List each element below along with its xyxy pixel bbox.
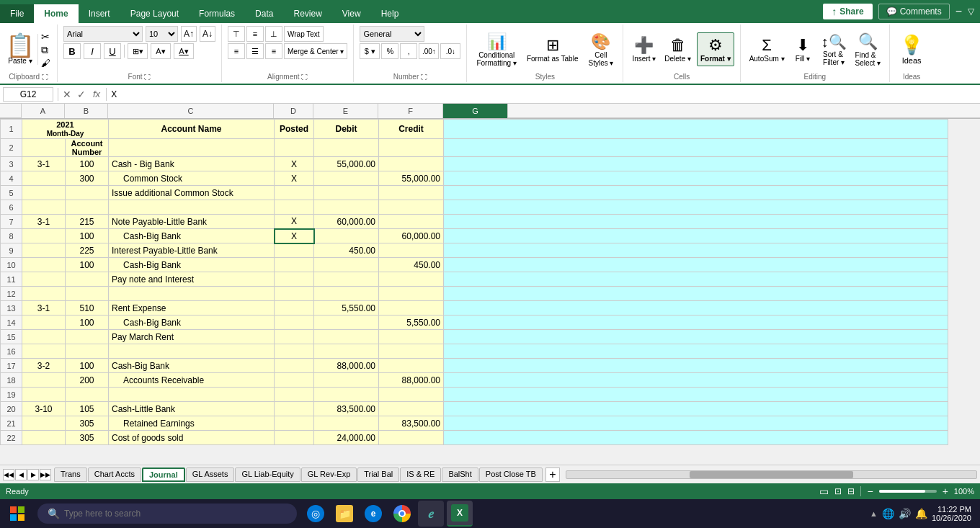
cell-acct[interactable]: [66, 272, 109, 287]
sort-filter-button[interactable]: ↕🔍 Sort &Filter ▾: [819, 30, 850, 69]
cell-name[interactable]: Accounts Receivable: [109, 373, 275, 388]
tab-view[interactable]: View: [332, 4, 371, 23]
cell-posted[interactable]: [275, 359, 314, 373]
insert-button[interactable]: ➕ Insert ▾: [629, 33, 659, 66]
sheet-last-button[interactable]: ▶▶: [40, 469, 51, 480]
cell-posted-selected[interactable]: X: [275, 229, 314, 243]
cell-date[interactable]: 3-1: [22, 301, 66, 316]
cut-button[interactable]: ✂: [41, 31, 50, 42]
cell-name[interactable]: [109, 200, 275, 215]
tab-review[interactable]: Review: [283, 4, 331, 23]
cell-debit[interactable]: [314, 272, 379, 287]
cell-acct[interactable]: 225: [66, 243, 109, 258]
formula-confirm-icon[interactable]: ✓: [74, 89, 89, 100]
cell-name[interactable]: Retained Earnings: [109, 416, 275, 431]
cell-date[interactable]: [22, 229, 66, 243]
cell-debit[interactable]: [314, 388, 379, 402]
format-button[interactable]: ⚙ Format ▾: [697, 32, 734, 66]
cell-credit[interactable]: 83,500.00: [379, 416, 444, 431]
cell-posted[interactable]: X: [275, 215, 314, 229]
taskbar-app-edge-new[interactable]: 𝑒: [418, 501, 444, 527]
paste-button[interactable]: 📋: [6, 34, 35, 57]
taskbar-app-cortana[interactable]: ◎: [303, 501, 329, 527]
header-acct-name[interactable]: Account Name: [109, 120, 275, 139]
cell-date[interactable]: 3-2: [22, 359, 66, 373]
fill-button[interactable]: ⬇ Fill ▾: [790, 33, 816, 66]
cell-name[interactable]: Pay note and Interest: [109, 272, 275, 287]
align-middle-button[interactable]: ≡: [246, 26, 264, 42]
cell-debit[interactable]: 450.00: [314, 243, 379, 258]
decrease-decimal-button[interactable]: .0↓: [440, 43, 460, 59]
cell-posted[interactable]: [275, 431, 314, 445]
sheet-tab-journal[interactable]: Journal: [142, 467, 185, 482]
cell-credit[interactable]: [379, 243, 444, 258]
cell-date[interactable]: [22, 330, 66, 344]
cell-debit[interactable]: [314, 200, 379, 215]
sheet-tab-post-close-tb[interactable]: Post Close TB: [479, 467, 543, 482]
cell-debit[interactable]: 83,500.00: [314, 402, 379, 416]
cell-name[interactable]: Rent Expense: [109, 301, 275, 316]
underline-button[interactable]: U: [104, 43, 121, 59]
ideas-button[interactable]: 💡 Ideas: [896, 26, 927, 73]
cell-date[interactable]: 3-1: [22, 157, 66, 171]
cell-acct[interactable]: 300: [66, 171, 109, 186]
header-credit[interactable]: Credit: [379, 120, 444, 139]
sheet-tab-chart-accts[interactable]: Chart Accts: [88, 467, 141, 482]
subheader-date[interactable]: [22, 139, 66, 157]
start-button[interactable]: [3, 499, 32, 528]
cell-acct[interactable]: 305: [66, 416, 109, 431]
increase-font-button[interactable]: A↑: [181, 26, 197, 42]
minimize-icon[interactable]: −: [956, 5, 962, 18]
align-right-button[interactable]: ≡: [265, 43, 282, 59]
comma-button[interactable]: ,: [400, 43, 417, 59]
cell-acct[interactable]: [66, 200, 109, 215]
cell-date[interactable]: [22, 316, 66, 330]
cell-name[interactable]: [109, 287, 275, 301]
cell-acct[interactable]: [66, 186, 109, 200]
format-as-table-button[interactable]: ⊞ Format as Table: [523, 32, 582, 66]
col-header-c[interactable]: C: [108, 104, 274, 118]
percent-button[interactable]: %: [381, 43, 398, 59]
cell-date[interactable]: [22, 388, 66, 402]
tab-formulas[interactable]: Formulas: [189, 4, 245, 23]
cell-date[interactable]: [22, 287, 66, 301]
cell-credit[interactable]: [379, 388, 444, 402]
sheet-tab-trial-bal[interactable]: Trial Bal: [357, 467, 399, 482]
paste-dropdown[interactable]: Paste ▾: [8, 57, 32, 65]
cell-acct[interactable]: [66, 330, 109, 344]
cell-credit[interactable]: [379, 330, 444, 344]
merge-center-button[interactable]: Merge & Center ▾: [284, 43, 347, 59]
cell-credit[interactable]: 450.00: [379, 258, 444, 272]
cell-date[interactable]: [22, 344, 66, 359]
find-select-button[interactable]: 🔍 Find &Select ▾: [852, 30, 884, 70]
cell-credit[interactable]: 55,000.00: [379, 171, 444, 186]
cell-debit[interactable]: 88,000.00: [314, 359, 379, 373]
search-input[interactable]: [64, 509, 287, 519]
cell-date[interactable]: [22, 258, 66, 272]
cell-date[interactable]: [22, 200, 66, 215]
zoom-in-icon[interactable]: +: [943, 486, 948, 497]
sheet-tab-balsht[interactable]: BalSht: [442, 467, 478, 482]
autosum-button[interactable]: Σ AutoSum ▾: [747, 33, 788, 66]
increase-decimal-button[interactable]: .00↑: [419, 43, 439, 59]
share-button[interactable]: ↑ Share: [823, 4, 872, 19]
cell-date[interactable]: [22, 373, 66, 388]
cell-acct[interactable]: 305: [66, 431, 109, 445]
cell-name[interactable]: Interest Payable-Little Bank: [109, 243, 275, 258]
align-top-button[interactable]: ⊤: [228, 26, 245, 42]
taskbar-app-edge[interactable]: e: [360, 501, 386, 527]
cell-name[interactable]: Cash-Big Bank: [109, 258, 275, 272]
sheet-first-button[interactable]: ◀◀: [3, 469, 14, 480]
cell-acct[interactable]: 105: [66, 402, 109, 416]
taskbar-app-files[interactable]: 📁: [331, 501, 357, 527]
tab-help[interactable]: Help: [371, 4, 409, 23]
cell-credit[interactable]: [379, 186, 444, 200]
sheet-tab-trans[interactable]: Trans: [54, 467, 87, 482]
cell-posted[interactable]: [275, 316, 314, 330]
align-bottom-button[interactable]: ⊥: [265, 26, 282, 42]
sheet-tab-is-re[interactable]: IS & RE: [400, 467, 441, 482]
zoom-out-icon[interactable]: −: [867, 486, 873, 497]
cell-name[interactable]: Common Stock: [109, 171, 275, 186]
add-sheet-button[interactable]: +: [545, 467, 560, 482]
cell-acct[interactable]: 100: [66, 258, 109, 272]
